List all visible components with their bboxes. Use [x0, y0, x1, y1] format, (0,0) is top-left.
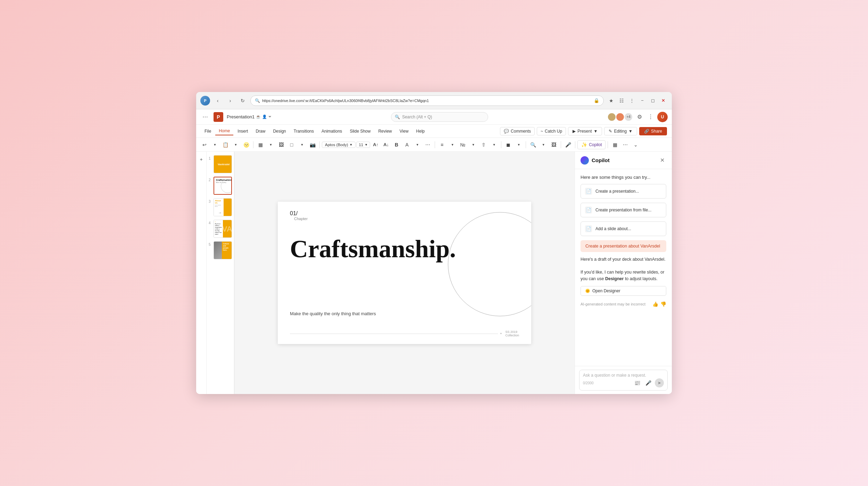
close-button[interactable]: ✕ — [659, 96, 668, 105]
copilot-footer: Ask a question or make a request. 0/2000… — [575, 366, 672, 394]
slide-size-dropdown[interactable]: ▼ — [297, 140, 307, 150]
maximize-button[interactable]: ◻ — [648, 96, 657, 105]
menu-file[interactable]: File — [201, 127, 215, 135]
collections-icon[interactable]: ☷ — [617, 96, 626, 105]
apps-grid-icon[interactable]: ⋯ — [200, 112, 210, 122]
catchup-button[interactable]: ~ Catch Up — [537, 127, 566, 135]
refresh-button[interactable]: ↻ — [238, 96, 248, 106]
toolbar-expand-button[interactable]: ⌄ — [631, 140, 641, 150]
slide-size-button[interactable]: □ — [287, 140, 297, 150]
designer-link[interactable]: Designer — [605, 276, 624, 281]
slide-thumbnail-3[interactable]: About us. Lorem ipsum Metas → — [214, 198, 232, 216]
copilot-input-buttons: 📰 🎤 ➤ — [633, 378, 664, 387]
copilot-mic-button[interactable]: 🎤 — [644, 378, 653, 387]
slide-thumbnail-1[interactable]: VanArsdel — [214, 155, 232, 173]
font-color-dropdown[interactable]: ▼ — [412, 140, 422, 150]
numbering-dropdown[interactable]: ▼ — [468, 140, 478, 150]
numbering-button[interactable]: № — [458, 140, 468, 150]
shape-fill-dropdown[interactable]: ▼ — [514, 140, 524, 150]
copilot-send-button[interactable]: ➤ — [655, 378, 664, 387]
dictate-button[interactable]: 🎤 — [563, 140, 573, 150]
undo-button[interactable]: ↩ — [200, 140, 209, 150]
open-designer-button[interactable]: 🌞 Open Designer — [581, 286, 666, 296]
left-sidebar-icons: + — [196, 152, 207, 394]
slide-thumbnail-4[interactable]: “ A person without imagination is like a… — [214, 220, 232, 238]
menu-draw[interactable]: Draw — [252, 127, 269, 135]
menu-help[interactable]: Help — [413, 127, 428, 135]
url-bar[interactable]: 🔍 https://onedrive.live.com/:w:/t/EaCKkP… — [250, 95, 604, 106]
add-slide-icon[interactable]: + — [197, 155, 206, 164]
user-profile-avatar[interactable]: U — [657, 112, 668, 122]
browser-profile-avatar[interactable]: P — [200, 96, 210, 106]
slide-layout-dropdown[interactable]: ▼ — [266, 140, 276, 150]
thumbs-down-button[interactable]: 👎 — [660, 301, 666, 307]
font-selector[interactable]: Aptos (Body) ▼ — [322, 142, 356, 148]
present-button[interactable]: ▶ Present ▼ — [568, 127, 602, 135]
slide-canvas[interactable]: 01/ Chapter Craftsmanship. Make the qual… — [278, 202, 531, 344]
copilot-attach-button[interactable]: 📰 — [633, 378, 642, 387]
toolbar-more-button[interactable]: ⋯ — [620, 140, 630, 150]
font-color-button[interactable]: A — [402, 140, 412, 150]
slide-subtitle[interactable]: Make the quality the only thing that mat… — [290, 311, 376, 316]
menu-view[interactable]: View — [396, 127, 412, 135]
bullets-dropdown[interactable]: ▼ — [448, 140, 457, 150]
slide-main-title[interactable]: Craftsmanship. — [290, 236, 456, 261]
slide-grid-view-button[interactable]: ▦ — [610, 140, 620, 150]
find-dropdown[interactable]: ▼ — [539, 140, 548, 150]
menu-slideshow[interactable]: Slide Show — [346, 127, 374, 135]
format-painter-button[interactable]: 🌝 — [241, 140, 251, 150]
clipboard-dropdown[interactable]: ▼ — [231, 140, 241, 150]
share-button[interactable]: 🔗 Share — [639, 127, 667, 135]
copilot-close-button[interactable]: ✕ — [658, 156, 666, 165]
copilot-input-placeholder: Ask a question or make a request. — [583, 373, 664, 378]
share-icon: 🔗 — [644, 129, 649, 134]
clipboard-button[interactable]: 📋 — [220, 140, 230, 150]
menu-design[interactable]: Design — [269, 127, 289, 135]
copilot-suggestion-3[interactable]: 📄 Add a slide about... — [581, 221, 666, 236]
forward-button[interactable]: › — [225, 96, 235, 106]
menu-review[interactable]: Review — [375, 127, 395, 135]
align-button[interactable]: ⇧ — [479, 140, 489, 150]
font-dropdown-icon: ▼ — [349, 143, 352, 146]
copilot-toolbar-button[interactable]: ✨ Copilot — [577, 140, 606, 149]
menu-transitions[interactable]: Transitions — [290, 127, 317, 135]
more-text-formatting[interactable]: ⋯ — [423, 140, 433, 150]
slide-thumbnail-5[interactable]: Culture and people here. — [214, 241, 232, 259]
menu-insert[interactable]: Insert — [234, 127, 251, 135]
increase-font-button[interactable]: A↑ — [371, 140, 381, 150]
screenshot-button[interactable]: 📷 — [308, 140, 317, 150]
copilot-suggestion-2[interactable]: 📄 Create presentation from file... — [581, 203, 666, 217]
decrease-font-button[interactable]: A↓ — [381, 140, 391, 150]
align-dropdown[interactable]: ▼ — [489, 140, 499, 150]
back-button[interactable]: ‹ — [213, 96, 223, 106]
star-icon[interactable]: ★ — [607, 96, 616, 105]
copilot-input-area[interactable]: Ask a question or make a request. 0/2000… — [579, 370, 668, 391]
insert-image-button[interactable]: 🖼 — [549, 140, 559, 150]
shape-fill-button[interactable]: ◼ — [503, 140, 513, 150]
file-name: Presentation1 — [227, 114, 254, 119]
more-options-icon[interactable]: ⋮ — [646, 112, 655, 122]
more-menu-button[interactable]: ⋮ — [627, 96, 636, 105]
copilot-suggestion-1-label: Create a presentation... — [595, 189, 639, 194]
slide-layout-button[interactable]: ▦ — [256, 140, 265, 150]
bullets-button[interactable]: ≡ — [437, 140, 447, 150]
menu-animations[interactable]: Animations — [318, 127, 345, 135]
search-bar[interactable]: 🔍 Search (Alt + Q) — [391, 112, 488, 122]
search-icon: 🔍 — [395, 115, 400, 119]
slide-thumb-container-4: 4 “ A person without imagination is like… — [209, 220, 232, 238]
bold-button[interactable]: B — [392, 140, 401, 150]
menu-home[interactable]: Home — [215, 127, 233, 135]
font-size-selector[interactable]: 11 ▼ — [356, 142, 370, 148]
copilot-brand-button[interactable]: Create a presentation about VanArsdel — [581, 240, 666, 252]
copilot-panel-title: Copilot — [592, 157, 610, 163]
editing-button[interactable]: ✎ Editing ▼ — [604, 127, 637, 135]
find-button[interactable]: 🔍 — [528, 140, 538, 150]
settings-icon[interactable]: ⚙ — [635, 112, 644, 122]
undo-dropdown[interactable]: ▼ — [210, 140, 220, 150]
copilot-suggestion-1[interactable]: 📄 Create a presentation... — [581, 184, 666, 199]
minimize-button[interactable]: − — [638, 96, 647, 105]
thumbs-up-button[interactable]: 👍 — [652, 301, 658, 307]
comments-button[interactable]: 💬 Comments — [500, 127, 535, 135]
new-slide-button[interactable]: 🖼 — [276, 140, 286, 150]
slide-thumbnail-2[interactable]: Craftsmanship. Make the quality... — [214, 177, 232, 195]
